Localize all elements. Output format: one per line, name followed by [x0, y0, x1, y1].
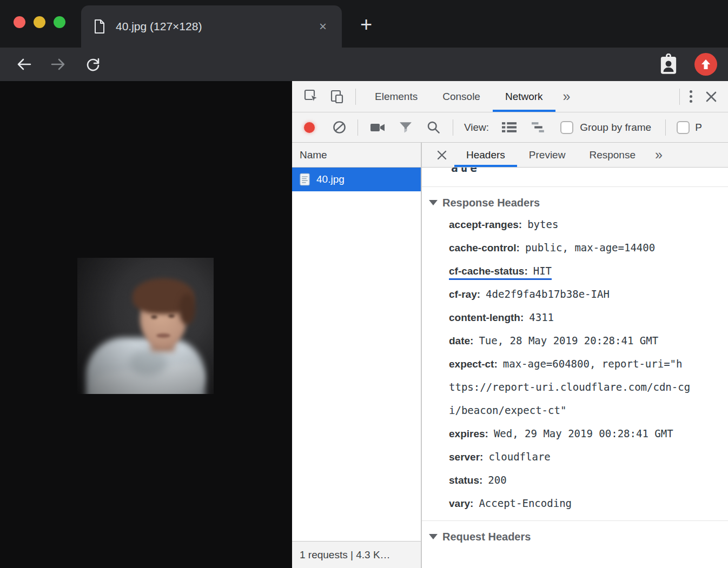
requests-summary: 1 requests | 4.3 K… [292, 541, 421, 568]
header-row: expires:Wed, 29 May 2019 00:28:41 GMT [422, 422, 728, 445]
document-icon [94, 19, 105, 34]
titlebar: 40.jpg (127×128) × + [0, 0, 728, 48]
close-window-button[interactable] [14, 16, 25, 28]
tab-close-icon[interactable]: × [317, 19, 329, 34]
minimize-window-button[interactable] [34, 16, 45, 28]
record-icon[interactable] [304, 122, 315, 133]
profile-icon[interactable] [659, 54, 678, 75]
header-row: content-length:4311 [422, 306, 728, 329]
tab-preview[interactable]: Preview [517, 143, 578, 167]
devtools-tabbar: Elements Console Network » [292, 81, 728, 112]
request-name: 40.jpg [316, 173, 345, 185]
triangle-down-icon [429, 534, 438, 539]
headers-content: aue Response Headers accept-ranges:bytes… [422, 168, 728, 568]
header-row: vary:Accept-Encoding [422, 492, 728, 515]
up-arrow-icon [700, 58, 712, 70]
header-row: accept-ranges:bytes [422, 213, 728, 236]
navigation-bar: https:// /faces/40.jpg [0, 48, 728, 81]
clipped-toolbar-label: P [695, 122, 702, 133]
request-headers-section[interactable]: Request Headers [429, 530, 728, 544]
tab-network[interactable]: Network [493, 81, 555, 112]
request-rows-icon[interactable] [502, 122, 517, 133]
triangle-down-icon [429, 200, 438, 205]
header-row-continuation: ttps://report-uri.cloudflare.com/cdn-cg [422, 376, 728, 399]
header-row: server:cloudflare [422, 445, 728, 469]
requests-panel: Name 40.jpg 1 requests | 4.3 K… [292, 143, 422, 568]
group-by-frame-checkbox[interactable] [560, 121, 573, 134]
screenshot-camera-icon[interactable] [370, 122, 385, 133]
tab-response[interactable]: Response [577, 143, 647, 167]
file-icon [300, 173, 310, 186]
header-row: cf-ray:4de2f9fa4b17b38e-IAH [422, 283, 728, 306]
header-row-clipped: :authority:serve-assets-workers-toolin .… [422, 557, 728, 568]
request-row-selected[interactable]: 40.jpg [292, 168, 421, 191]
preserve-log-checkbox[interactable] [677, 121, 690, 134]
extension-icon[interactable] [694, 53, 717, 76]
new-tab-button[interactable]: + [354, 10, 378, 39]
header-row-highlighted: cf-cache-status:HIT [422, 259, 728, 283]
filter-icon[interactable] [399, 122, 412, 133]
tab-elements[interactable]: Elements [362, 81, 430, 112]
tab-title: 40.jpg (127×128) [116, 20, 317, 33]
response-headers-section[interactable]: Response Headers [429, 196, 728, 210]
portrait-image [77, 258, 214, 394]
tab-headers[interactable]: Headers [454, 143, 517, 167]
forward-icon[interactable] [50, 57, 67, 72]
header-row: cache-control:public, max-age=14400 [422, 236, 728, 259]
page-background [0, 81, 292, 568]
header-row-continuation: i/beacon/expect-ct" [422, 399, 728, 422]
network-toolbar: View: Group by frame P [292, 112, 728, 143]
devtools-menu-icon[interactable] [680, 81, 702, 112]
header-row: status:200 [422, 469, 728, 492]
browser-tab[interactable]: 40.jpg (127×128) × [81, 5, 342, 48]
search-icon[interactable] [426, 120, 441, 135]
browser-window: 40.jpg (127×128) × + https:// /faces/40.… [0, 0, 728, 568]
detail-close-icon[interactable] [429, 143, 454, 167]
zoom-window-button[interactable] [54, 16, 65, 28]
device-toolbar-icon[interactable] [329, 89, 345, 104]
window-controls [14, 16, 65, 28]
back-icon[interactable] [15, 57, 32, 72]
group-by-frame-label: Group by frame [580, 122, 651, 133]
response-headers-list: accept-ranges:bytes cache-control:public… [422, 213, 728, 515]
name-column-header[interactable]: Name [292, 143, 421, 168]
view-label: View: [464, 122, 489, 133]
detail-tabbar: Headers Preview Response » [422, 143, 728, 168]
clipped-scrolled-text: aue [451, 168, 480, 177]
header-row: date:Tue, 28 May 2019 20:28:41 GMT [422, 329, 728, 352]
request-details-panel: Headers Preview Response » aue Response … [422, 143, 728, 568]
clear-icon[interactable] [332, 120, 347, 135]
overview-waterfall-icon[interactable] [532, 122, 546, 133]
more-detail-tabs-icon[interactable]: » [647, 143, 670, 167]
tab-console[interactable]: Console [430, 81, 493, 112]
devtools-close-icon[interactable] [702, 81, 728, 112]
devtools-panel: Elements Console Network » [292, 81, 728, 568]
header-row: expect-ct:max-age=604800, report-uri="h [422, 352, 728, 376]
more-tabs-icon[interactable]: » [555, 81, 578, 112]
inspect-element-icon[interactable] [304, 89, 319, 104]
reload-icon[interactable] [84, 56, 102, 73]
